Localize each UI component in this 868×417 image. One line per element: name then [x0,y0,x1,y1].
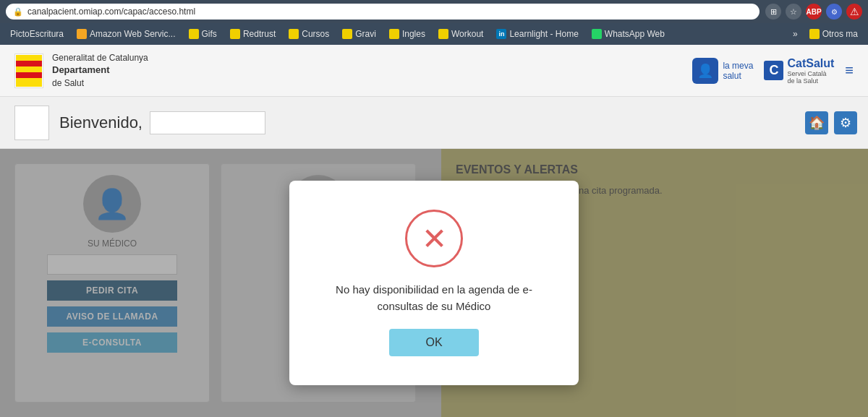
lms-label: la mevasalut [723,61,753,81]
bookmark-whatsapp-label: WhatsApp Web [605,29,665,39]
otros-bookmarks[interactable]: Otros ma [804,27,864,41]
more-bookmarks-button[interactable]: » [788,27,802,41]
bookmark-gifs-label: Gifs [202,29,217,39]
user-avatar [14,106,49,140]
altra-logo: ≡ [845,62,854,79]
extension-icon[interactable]: ⚙ [826,4,842,20]
logo-flag [14,53,43,88]
lock-icon: 🔒 [13,7,23,17]
modal-overlay: ✕ No hay disponibilidad en la agenda de … [0,149,868,417]
welcome-right-icons: 🏠 ⚙ [805,111,857,134]
bookmark-learnlight-label: Learnlight - Home [509,29,578,39]
logo-org-name: Generalitat de Catalunya [52,52,148,64]
settings-icon[interactable]: ⚙ [834,111,857,134]
modal-ok-button[interactable]: OK [389,329,478,356]
bookmark-gifs[interactable]: Gifs [183,27,223,41]
bookmark-redtrust[interactable]: Redtrust [224,27,281,41]
catsalut-text: CatSalut [787,57,834,70]
browser-chrome: 🔒 canalpacient.omiap.com/capac/acceso.ht… [0,0,868,45]
otros-label: Otros ma [822,29,858,39]
welcome-bar: Bienvenido, 🏠 ⚙ [0,97,868,149]
bookmark-redtrust-label: Redtrust [243,29,276,39]
url-text: canalpacient.omiap.com/capac/acceso.html [27,7,195,17]
lms-icon: 👤 [692,58,718,84]
bookmark-learnlight-icon: in [496,29,506,39]
logo-text: Generalitat de Catalunya Departament de … [52,52,148,90]
bookmark-amazon-label: Amazon Web Servic... [90,29,176,39]
user-name-field [150,111,265,134]
browser-icons: ⊞ ☆ ABP ⚙ ⚠ [765,4,862,20]
welcome-label: Bienvenido, [59,113,142,132]
la-meva-salut: 👤 la mevasalut [692,58,753,84]
url-bar[interactable]: 🔒 canalpacient.omiap.com/capac/acceso.ht… [6,4,760,20]
bookmark-cursos-label: Cursos [302,29,329,39]
bookmark-pictoescritura[interactable]: PictoEscritura [4,27,69,41]
otros-icon [809,29,820,39]
address-bar: 🔒 canalpacient.omiap.com/capac/acceso.ht… [0,0,868,23]
star-icon[interactable]: ☆ [786,4,801,20]
translate-icon[interactable]: ⊞ [765,4,781,20]
bookmark-workout-icon [438,29,448,39]
site-header: Generalitat de Catalunya Departament de … [0,45,868,97]
bookmarks-bar: PictoEscritura Amazon Web Servic... Gifs… [0,23,868,45]
catsalut-c-icon: C [764,61,783,80]
logo-dept2: de Salut [52,78,84,88]
bookmark-ingles-label: Ingles [402,29,425,39]
catalan-flag-icon [16,55,42,87]
bookmark-amazon[interactable]: Amazon Web Servic... [71,27,182,41]
catsalut-badge: C CatSalut Servei Catalàde la Salut [764,57,834,85]
modal-message: No hay disponibilidad en la agenda de e-… [326,282,542,314]
bookmark-gravi[interactable]: Gravi [336,27,382,41]
adblock-icon[interactable]: ABP [806,4,822,20]
bookmark-amazon-icon [77,29,87,39]
bookmark-ingles[interactable]: Ingles [383,27,431,41]
bookmark-gravi-icon [342,29,352,39]
bookmark-pictoescritura-label: PictoEscritura [10,29,64,39]
bookmark-learnlight[interactable]: in Learnlight - Home [490,27,584,41]
bookmark-redtrust-icon [230,29,240,39]
bookmark-ingles-icon [389,29,399,39]
welcome-text: Bienvenido, [59,111,265,134]
bookmark-whatsapp-icon [592,29,602,39]
header-logos: 👤 la mevasalut C CatSalut Servei Catalàd… [692,57,854,85]
modal-box: ✕ No hay disponibilidad en la agenda de … [289,181,579,385]
bookmark-gifs-icon [189,29,199,39]
bookmark-gravi-label: Gravi [355,29,376,39]
bookmark-workout-label: Workout [451,29,483,39]
home-icon[interactable]: 🏠 [805,111,828,134]
bookmark-cursos[interactable]: Cursos [283,27,335,41]
bookmark-cursos-icon [289,29,299,39]
catsalut-sub: Servei Catalàde la Salut [787,70,834,85]
logo-dept: Departament [52,64,109,75]
bookmark-whatsapp[interactable]: WhatsApp Web [586,27,671,41]
altra-icon: ≡ [845,62,854,79]
bookmark-workout[interactable]: Workout [433,27,489,41]
modal-error-icon: ✕ [405,210,463,267]
main-area: 👤 SU MÉDICO PEDIR CITA AVISO DE LLAMADA … [0,149,868,417]
page-content: Generalitat de Catalunya Departament de … [0,45,868,417]
logo-section: Generalitat de Catalunya Departament de … [14,52,148,90]
alert-icon[interactable]: ⚠ [846,4,862,20]
